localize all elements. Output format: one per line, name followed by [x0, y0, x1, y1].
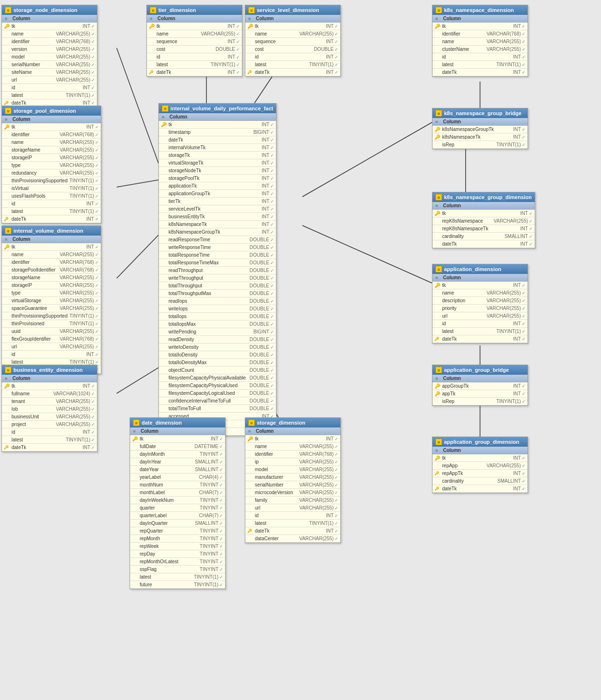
table-row[interactable]: internalVolumeTkINT✓ — [159, 144, 276, 152]
table-row[interactable]: readThroughputDOUBLE✓ — [159, 267, 276, 274]
table-row[interactable]: redundancyVARCHAR(255)✓ — [2, 169, 101, 177]
table-row[interactable]: idINT✓ — [147, 53, 242, 61]
table-row[interactable]: virtualStorageTkINT✓ — [159, 159, 276, 167]
table-row[interactable]: thinProvisionedTINYINT(1)✓ — [2, 320, 101, 328]
table-row[interactable]: familyVARCHAR(255)✓ — [245, 497, 340, 504]
table-internal_volume_dimension[interactable]: ≡internal_volume_dimension≡Column🔑tkINT✓… — [1, 225, 101, 374]
table-row[interactable]: dateYearSMALLINT✓ — [130, 466, 225, 474]
table-row[interactable]: thinProvisioningSupportedTINYINT(1)✓ — [2, 312, 101, 320]
table-row[interactable]: 🔑repAppTkINT✓ — [433, 470, 528, 477]
table-row[interactable]: 🔑tkINT✓ — [433, 23, 528, 30]
table-row[interactable]: serialNumberVARCHAR(255)✓ — [245, 481, 340, 489]
table-row[interactable]: totalThroughputDOUBLE✓ — [159, 282, 276, 290]
table-row[interactable]: 🔑appGroupTkINT✓ — [433, 382, 528, 390]
table-row[interactable]: readDensityDOUBLE✓ — [159, 336, 276, 344]
table-row[interactable]: objectCountDOUBLE✓ — [159, 367, 276, 374]
table-row[interactable]: totalResponseTimeMaxDOUBLE✓ — [159, 259, 276, 267]
table-row[interactable]: tenantVARCHAR(255)✓ — [2, 398, 97, 405]
table-header-k8s_namespace_group_dimension[interactable]: ≡k8s_namespace_group_dimension — [433, 192, 535, 202]
table-row[interactable]: 🔑dateTkINT✓ — [245, 69, 340, 76]
table-header-internal_volume_daily_performance_fact[interactable]: ≡internal_volume_daily_performance_fact — [159, 104, 276, 113]
table-row[interactable]: repDayTINYINT✓ — [130, 550, 225, 558]
table-row[interactable]: manufacturerVARCHAR(255)✓ — [245, 474, 340, 481]
table-row[interactable]: monthNumTINYINT✓ — [130, 481, 225, 489]
table-tier_dimension[interactable]: ≡tier_dimension≡Column🔑tkINT✓nameVARCHAR… — [146, 5, 242, 77]
table-row[interactable]: repQuarterTINYINT✓ — [130, 527, 225, 535]
table-row[interactable]: storagePoolIdentifierVARCHAR(768)✓ — [2, 266, 101, 274]
table-row[interactable]: cardinalitySMALLINT✓ — [433, 233, 535, 240]
table-row[interactable]: latestTINYINT(1)✓ — [130, 573, 225, 581]
table-row[interactable]: thinProvisioningSupportedTINYINT(1)✓ — [2, 177, 101, 185]
table-row[interactable]: writeResponseTimeDOUBLE✓ — [159, 244, 276, 251]
table-application_dimension[interactable]: ≡application_dimension≡Column🔑tkINT✓name… — [432, 264, 528, 344]
table-row[interactable]: spaceGuaranteeVARCHAR(255)✓ — [2, 305, 101, 312]
table-row[interactable]: 🔑dateTkINT✓ — [147, 69, 242, 76]
table-row[interactable]: 🔑dateTkINT✓ — [2, 444, 97, 451]
table-row[interactable]: readIopsDOUBLE✓ — [159, 297, 276, 305]
table-row[interactable]: totalIopsDOUBLE✓ — [159, 313, 276, 320]
table-row[interactable]: identifierVARCHAR(768)✓ — [433, 30, 528, 38]
table-row[interactable]: latestTINYINT(1)✓ — [245, 520, 340, 527]
table-row[interactable]: idINT✓ — [2, 200, 101, 208]
table-row[interactable]: virtualStorageVARCHAR(255)✓ — [2, 297, 101, 305]
table-row[interactable]: storageNameVARCHAR(255)✓ — [2, 146, 101, 154]
table-row[interactable]: k8sNamespaceGroupTkINT✓ — [159, 228, 276, 236]
table-row[interactable]: microcodeVersionVARCHAR(255)✓ — [245, 489, 340, 497]
table-k8s_namespace_group_dimension[interactable]: ≡k8s_namespace_group_dimension≡Column🔑tk… — [432, 192, 535, 249]
table-row[interactable]: 🔑dateTkINT✓ — [2, 215, 101, 223]
table-row[interactable]: isRepTINYINT(1)✓ — [433, 141, 528, 149]
table-row[interactable]: 🔑tkINT✓ — [2, 123, 101, 131]
table-row[interactable]: confidenceIntervalTimeToFullDOUBLE✓ — [159, 397, 276, 405]
table-row[interactable]: 🔑tkINT✓ — [245, 435, 340, 443]
table-application_group_dimension[interactable]: ≡application_group_dimension≡Column🔑tkIN… — [432, 437, 528, 493]
table-row[interactable]: monthLabelCHAR(7)✓ — [130, 489, 225, 497]
table-row[interactable]: 🔑appTkINT✓ — [433, 390, 528, 398]
table-row[interactable]: identifierVARCHAR(768)✓ — [2, 131, 101, 139]
table-row[interactable]: clusterNameVARCHAR(255)✓ — [433, 46, 528, 53]
table-row[interactable]: totalResponseTimeDOUBLE✓ — [159, 251, 276, 259]
table-header-business_entity_dimension[interactable]: ≡business_entity_dimension — [2, 365, 97, 375]
table-row[interactable]: totalIopsMaxDOUBLE✓ — [159, 320, 276, 328]
table-row[interactable]: nameVARCHAR(255)✓ — [2, 251, 101, 259]
table-row[interactable]: dayInWeekNumTINYINT✓ — [130, 497, 225, 504]
table-header-storage_dimension[interactable]: ≡storage_dimension — [245, 418, 340, 427]
table-row[interactable]: storageNodeTkINT✓ — [159, 167, 276, 175]
table-row[interactable]: latestTINYINT(1)✓ — [245, 61, 340, 69]
table-row[interactable]: idINT✓ — [2, 84, 97, 92]
table-row[interactable]: 🔑tkINT✓ — [433, 282, 528, 289]
table-row[interactable]: quarterTINYINT✓ — [130, 504, 225, 512]
table-row[interactable]: filesystemCapacityPhysicalAvailableDOUBL… — [159, 374, 276, 382]
table-header-internal_volume_dimension[interactable]: ≡internal_volume_dimension — [2, 226, 101, 236]
table-header-service_level_dimension[interactable]: ≡service_level_dimension — [245, 5, 340, 15]
table-row[interactable]: modelVARCHAR(255)✓ — [2, 53, 97, 61]
table-header-application_group_dimension[interactable]: ≡application_group_dimension — [433, 437, 528, 447]
table-row[interactable]: 🔑dateTkINT✓ — [433, 335, 528, 343]
table-row[interactable]: storageIPVARCHAR(255)✓ — [2, 282, 101, 289]
table-row[interactable]: filesystemCapacityLogicalUsedDOUBLE✓ — [159, 390, 276, 397]
table-row[interactable]: 🔑tkINT✓ — [147, 23, 242, 30]
table-storage_pool_dimension[interactable]: ≡storage_pool_dimension≡Column🔑tkINT✓ide… — [1, 106, 101, 224]
table-row[interactable]: idINT✓ — [245, 53, 340, 61]
table-header-application_group_bridge[interactable]: ≡application_group_bridge — [433, 365, 528, 375]
table-row[interactable]: urlVARCHAR(255)✓ — [2, 76, 97, 84]
table-row[interactable]: fullDateDATETIME✓ — [130, 443, 225, 451]
table-row[interactable]: cardinalitySMALLINT✓ — [433, 477, 528, 485]
table-row[interactable]: 🔑tkINT✓ — [2, 382, 97, 390]
table-row[interactable]: latestTINYINT(1)✓ — [2, 436, 97, 444]
table-row[interactable]: nameVARCHAR(255)✓ — [433, 289, 528, 297]
table-row[interactable]: fullnameVARCHAR(1024)✓ — [2, 390, 97, 398]
table-row[interactable]: 🔑tkINT✓ — [245, 23, 340, 30]
table-row[interactable]: typeVARCHAR(255)✓ — [2, 289, 101, 297]
table-date_dimension[interactable]: ≡date_dimension≡Column🔑tkINT✓fullDateDAT… — [130, 417, 226, 589]
table-row[interactable]: identifierVARCHAR(768)✓ — [2, 38, 97, 46]
table-row[interactable]: priorityVARCHAR(255)✓ — [433, 305, 528, 312]
table-row[interactable]: tierTkINT✓ — [159, 198, 276, 205]
table-row[interactable]: urlVARCHAR(255)✓ — [433, 312, 528, 320]
table-row[interactable]: storagePoolTkINT✓ — [159, 175, 276, 182]
table-row[interactable]: 🔑tkINT✓ — [159, 121, 276, 129]
table-header-tier_dimension[interactable]: ≡tier_dimension — [147, 5, 242, 15]
table-header-storage_node_dimension[interactable]: ≡storage_node_dimension — [2, 5, 97, 15]
table-row[interactable]: nameVARCHAR(255)✓ — [245, 30, 340, 38]
table-row[interactable]: totalTimeToFullDOUBLE✓ — [159, 405, 276, 413]
table-row[interactable]: nameVARCHAR(255)✓ — [2, 30, 97, 38]
